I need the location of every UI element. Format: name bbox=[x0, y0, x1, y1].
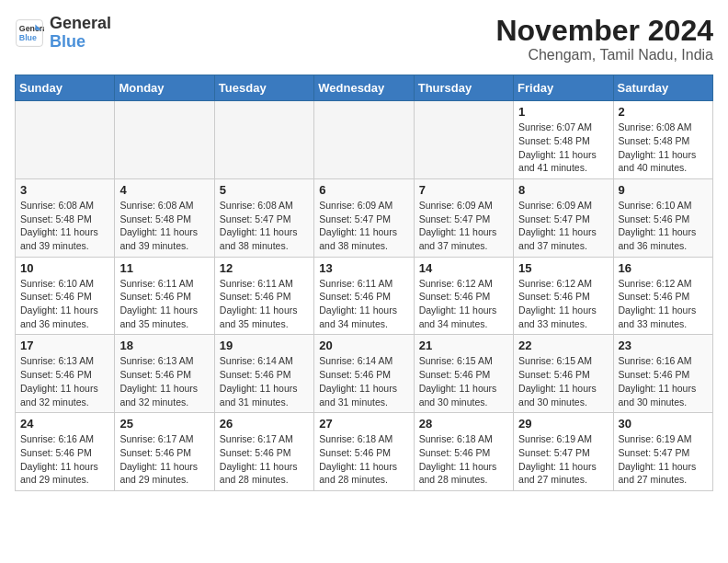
day-number: 16 bbox=[619, 261, 708, 275]
calendar-cell: 20Sunrise: 6:14 AM Sunset: 5:46 PM Dayli… bbox=[314, 335, 414, 413]
day-info: Sunrise: 6:10 AM Sunset: 5:46 PM Dayligh… bbox=[619, 199, 708, 253]
day-info: Sunrise: 6:15 AM Sunset: 5:46 PM Dayligh… bbox=[419, 354, 508, 408]
day-number: 1 bbox=[518, 105, 608, 119]
day-info: Sunrise: 6:17 AM Sunset: 5:46 PM Dayligh… bbox=[220, 432, 309, 487]
calendar-cell: 8Sunrise: 6:09 AM Sunset: 5:47 PM Daylig… bbox=[514, 178, 613, 257]
day-number: 3 bbox=[20, 183, 109, 197]
calendar-cell: 2Sunrise: 6:08 AM Sunset: 5:48 PM Daylig… bbox=[613, 101, 712, 179]
weekday-sunday: Sunday bbox=[16, 75, 115, 101]
day-info: Sunrise: 6:11 AM Sunset: 5:46 PM Dayligh… bbox=[319, 277, 408, 331]
day-number: 9 bbox=[619, 183, 708, 197]
svg-text:General: General bbox=[19, 24, 44, 33]
day-info: Sunrise: 6:19 AM Sunset: 5:47 PM Dayligh… bbox=[619, 432, 708, 487]
calendar-week-4: 17Sunrise: 6:13 AM Sunset: 5:46 PM Dayli… bbox=[16, 335, 713, 413]
day-info: Sunrise: 6:12 AM Sunset: 5:46 PM Dayligh… bbox=[619, 277, 708, 331]
calendar-cell: 14Sunrise: 6:12 AM Sunset: 5:46 PM Dayli… bbox=[414, 257, 513, 335]
calendar-cell: 5Sunrise: 6:08 AM Sunset: 5:47 PM Daylig… bbox=[214, 178, 313, 257]
weekday-tuesday: Tuesday bbox=[214, 75, 313, 101]
calendar-cell: 13Sunrise: 6:11 AM Sunset: 5:46 PM Dayli… bbox=[314, 257, 414, 335]
day-number: 11 bbox=[119, 261, 209, 275]
day-info: Sunrise: 6:08 AM Sunset: 5:47 PM Dayligh… bbox=[220, 199, 309, 253]
day-number: 22 bbox=[518, 339, 608, 352]
calendar-cell: 18Sunrise: 6:13 AM Sunset: 5:46 PM Dayli… bbox=[115, 335, 214, 413]
day-number: 2 bbox=[619, 105, 708, 119]
day-number: 13 bbox=[319, 261, 408, 275]
day-number: 15 bbox=[518, 261, 608, 275]
calendar-table: SundayMondayTuesdayWednesdayThursdayFrid… bbox=[15, 75, 713, 491]
day-info: Sunrise: 6:11 AM Sunset: 5:46 PM Dayligh… bbox=[220, 277, 309, 331]
day-number: 17 bbox=[20, 339, 109, 352]
day-info: Sunrise: 6:10 AM Sunset: 5:46 PM Dayligh… bbox=[20, 277, 109, 331]
day-number: 28 bbox=[419, 417, 508, 431]
calendar-cell: 28Sunrise: 6:18 AM Sunset: 5:46 PM Dayli… bbox=[414, 413, 513, 491]
day-info: Sunrise: 6:17 AM Sunset: 5:46 PM Dayligh… bbox=[119, 432, 209, 487]
month-title: November 2024 bbox=[495, 15, 713, 47]
logo-icon: General Blue bbox=[15, 18, 44, 48]
day-info: Sunrise: 6:09 AM Sunset: 5:47 PM Dayligh… bbox=[419, 199, 508, 253]
day-info: Sunrise: 6:13 AM Sunset: 5:46 PM Dayligh… bbox=[119, 354, 209, 408]
logo: General Blue General Blue bbox=[15, 15, 111, 52]
day-info: Sunrise: 6:14 AM Sunset: 5:46 PM Dayligh… bbox=[220, 354, 309, 408]
calendar-cell: 10Sunrise: 6:10 AM Sunset: 5:46 PM Dayli… bbox=[16, 257, 115, 335]
day-number: 5 bbox=[220, 183, 309, 197]
weekday-monday: Monday bbox=[115, 75, 214, 101]
calendar-cell: 19Sunrise: 6:14 AM Sunset: 5:46 PM Dayli… bbox=[214, 335, 313, 413]
logo-line1: General bbox=[50, 15, 111, 33]
day-info: Sunrise: 6:08 AM Sunset: 5:48 PM Dayligh… bbox=[119, 199, 209, 253]
calendar-cell: 4Sunrise: 6:08 AM Sunset: 5:48 PM Daylig… bbox=[115, 178, 214, 257]
day-info: Sunrise: 6:18 AM Sunset: 5:46 PM Dayligh… bbox=[419, 432, 508, 487]
day-number: 18 bbox=[119, 339, 209, 352]
day-number: 23 bbox=[619, 339, 708, 352]
calendar-cell: 12Sunrise: 6:11 AM Sunset: 5:46 PM Dayli… bbox=[214, 257, 313, 335]
page-header: General Blue General Blue November 2024 … bbox=[15, 15, 713, 63]
calendar-week-3: 10Sunrise: 6:10 AM Sunset: 5:46 PM Dayli… bbox=[16, 257, 713, 335]
day-info: Sunrise: 6:16 AM Sunset: 5:46 PM Dayligh… bbox=[20, 432, 109, 487]
location-subtitle: Chengam, Tamil Nadu, India bbox=[495, 47, 713, 63]
calendar-cell: 6Sunrise: 6:09 AM Sunset: 5:47 PM Daylig… bbox=[314, 178, 414, 257]
logo-text: General Blue bbox=[50, 15, 111, 52]
calendar-cell: 9Sunrise: 6:10 AM Sunset: 5:46 PM Daylig… bbox=[613, 178, 712, 257]
day-number: 26 bbox=[220, 417, 309, 431]
calendar-week-2: 3Sunrise: 6:08 AM Sunset: 5:48 PM Daylig… bbox=[16, 178, 713, 257]
day-number: 4 bbox=[119, 183, 209, 197]
weekday-header-row: SundayMondayTuesdayWednesdayThursdayFrid… bbox=[16, 75, 713, 101]
day-number: 30 bbox=[619, 417, 708, 431]
day-info: Sunrise: 6:12 AM Sunset: 5:46 PM Dayligh… bbox=[518, 277, 608, 331]
weekday-thursday: Thursday bbox=[414, 75, 513, 101]
calendar-cell bbox=[314, 101, 414, 179]
day-number: 21 bbox=[419, 339, 508, 352]
calendar-cell bbox=[214, 101, 313, 179]
calendar-cell: 1Sunrise: 6:07 AM Sunset: 5:48 PM Daylig… bbox=[514, 101, 613, 179]
day-number: 27 bbox=[319, 417, 408, 431]
calendar-cell: 17Sunrise: 6:13 AM Sunset: 5:46 PM Dayli… bbox=[16, 335, 115, 413]
calendar-cell: 3Sunrise: 6:08 AM Sunset: 5:48 PM Daylig… bbox=[16, 178, 115, 257]
calendar-cell: 25Sunrise: 6:17 AM Sunset: 5:46 PM Dayli… bbox=[115, 413, 214, 491]
day-info: Sunrise: 6:13 AM Sunset: 5:46 PM Dayligh… bbox=[20, 354, 109, 408]
svg-text:Blue: Blue bbox=[19, 33, 37, 42]
day-info: Sunrise: 6:11 AM Sunset: 5:46 PM Dayligh… bbox=[119, 277, 209, 331]
calendar-cell: 21Sunrise: 6:15 AM Sunset: 5:46 PM Dayli… bbox=[414, 335, 513, 413]
logo-line2: Blue bbox=[50, 32, 85, 51]
day-info: Sunrise: 6:14 AM Sunset: 5:46 PM Dayligh… bbox=[319, 354, 408, 408]
calendar-cell bbox=[115, 101, 214, 179]
calendar-cell: 7Sunrise: 6:09 AM Sunset: 5:47 PM Daylig… bbox=[414, 178, 513, 257]
day-info: Sunrise: 6:09 AM Sunset: 5:47 PM Dayligh… bbox=[319, 199, 408, 253]
day-number: 29 bbox=[518, 417, 608, 431]
day-info: Sunrise: 6:08 AM Sunset: 5:48 PM Dayligh… bbox=[619, 121, 708, 175]
calendar-cell: 16Sunrise: 6:12 AM Sunset: 5:46 PM Dayli… bbox=[613, 257, 712, 335]
calendar-cell: 27Sunrise: 6:18 AM Sunset: 5:46 PM Dayli… bbox=[314, 413, 414, 491]
day-number: 24 bbox=[20, 417, 109, 431]
calendar-cell: 15Sunrise: 6:12 AM Sunset: 5:46 PM Dayli… bbox=[514, 257, 613, 335]
day-number: 10 bbox=[20, 261, 109, 275]
weekday-saturday: Saturday bbox=[613, 75, 712, 101]
calendar-week-1: 1Sunrise: 6:07 AM Sunset: 5:48 PM Daylig… bbox=[16, 101, 713, 179]
calendar-cell bbox=[16, 101, 115, 179]
day-number: 12 bbox=[220, 261, 309, 275]
day-info: Sunrise: 6:16 AM Sunset: 5:46 PM Dayligh… bbox=[619, 354, 708, 408]
weekday-friday: Friday bbox=[514, 75, 613, 101]
calendar-cell: 22Sunrise: 6:15 AM Sunset: 5:46 PM Dayli… bbox=[514, 335, 613, 413]
day-number: 8 bbox=[518, 183, 608, 197]
day-info: Sunrise: 6:19 AM Sunset: 5:47 PM Dayligh… bbox=[518, 432, 608, 487]
day-info: Sunrise: 6:12 AM Sunset: 5:46 PM Dayligh… bbox=[419, 277, 508, 331]
calendar-cell: 24Sunrise: 6:16 AM Sunset: 5:46 PM Dayli… bbox=[16, 413, 115, 491]
